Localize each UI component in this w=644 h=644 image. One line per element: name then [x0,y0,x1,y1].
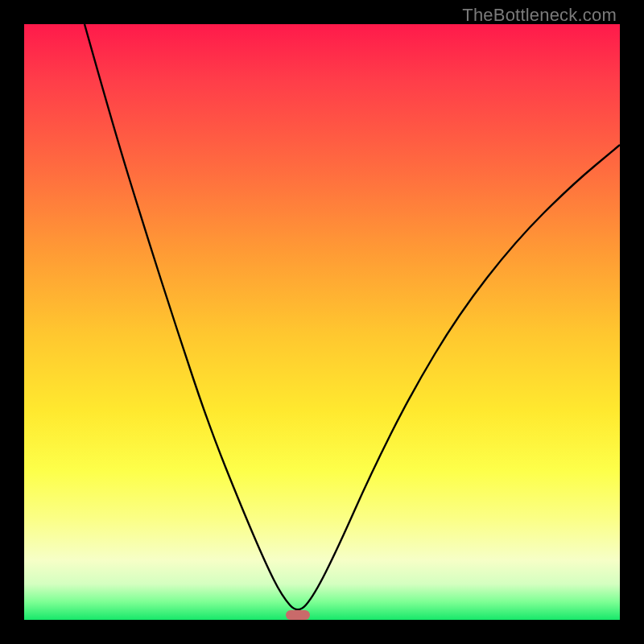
watermark-text: TheBottleneck.com [462,5,617,26]
curve-path [85,24,620,609]
chart-frame [24,24,620,620]
optimum-marker [286,610,310,620]
bottleneck-curve [24,24,620,620]
